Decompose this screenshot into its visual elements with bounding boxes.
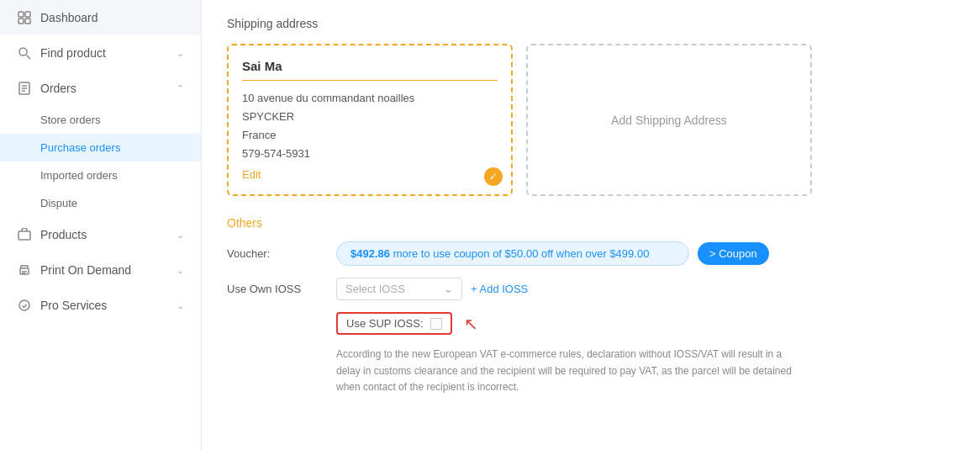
voucher-amount: $492.86	[350, 247, 390, 260]
pro-services-icon	[17, 298, 32, 313]
shipping-address-title: Shipping address	[227, 17, 955, 30]
find-product-icon	[17, 45, 32, 61]
sidebar-item-label-pro-services: Pro Services	[40, 299, 168, 312]
voucher-row: Voucher: $492.86 more to use coupon of $…	[227, 241, 955, 266]
sidebar-item-find-product[interactable]: Find product ⌄	[0, 35, 201, 71]
sidebar-sub-item-purchase-orders[interactable]: Purchase orders	[0, 134, 201, 161]
print-icon	[17, 262, 32, 278]
use-own-ioss-row: Use Own IOSS Select IOSS ⌄ + Add IOSS	[227, 278, 955, 300]
address-cards: Sai Ma 10 avenue du commandant noailles …	[227, 44, 955, 196]
sup-ioss-checkbox[interactable]	[430, 318, 442, 330]
sidebar-item-label-orders: Orders	[40, 82, 168, 95]
add-shipping-address-label: Add Shipping Address	[611, 114, 727, 127]
main-content: Shipping address Sai Ma 10 avenue du com…	[202, 0, 980, 450]
svg-rect-2	[18, 19, 24, 24]
sidebar-item-label-products: Products	[40, 228, 168, 241]
sidebar-item-orders[interactable]: Orders ⌃	[0, 71, 201, 106]
sidebar-sub-item-imported-orders[interactable]: Imported orders	[0, 161, 201, 189]
sup-ioss-text: Use SUP IOSS:	[346, 317, 424, 330]
orders-icon	[17, 81, 32, 96]
sidebar-sub-item-store-orders[interactable]: Store orders	[0, 106, 201, 134]
svg-rect-0	[18, 12, 24, 17]
chevron-pro-services: ⌄	[177, 300, 184, 311]
ioss-select-placeholder: Select IOSS	[345, 283, 405, 295]
sidebar: Dashboard Find product ⌄ Orders ⌃ Store …	[0, 0, 202, 450]
address-country: France	[242, 126, 498, 145]
svg-point-4	[19, 48, 27, 56]
svg-point-14	[19, 300, 29, 310]
add-ioss-link[interactable]: + Add IOSS	[471, 283, 528, 295]
address-name: Sai Ma	[242, 59, 498, 81]
sidebar-item-label-find-product: Find product	[40, 46, 168, 60]
coupon-button[interactable]: > Coupon	[698, 242, 769, 265]
sidebar-item-print-on-demand[interactable]: Print On Demand ⌄	[0, 252, 201, 288]
voucher-box: $492.86 more to use coupon of $50.00 off…	[336, 241, 689, 266]
address-check-icon: ✓	[484, 167, 503, 186]
ioss-select[interactable]: Select IOSS ⌄	[336, 278, 462, 300]
dashboard-icon	[17, 10, 32, 25]
add-shipping-address-card[interactable]: Add Shipping Address	[526, 44, 812, 196]
ioss-chevron-icon: ⌄	[444, 283, 453, 295]
sidebar-sub-item-dispute[interactable]: Dispute	[0, 189, 201, 217]
sidebar-item-dashboard[interactable]: Dashboard	[0, 0, 201, 35]
chevron-find-product: ⌄	[177, 48, 184, 59]
red-arrow-icon: ↖	[464, 314, 478, 334]
ioss-info-text: According to the new European VAT e-comm…	[336, 347, 807, 395]
address-city: SPYCKER	[242, 108, 498, 126]
use-own-ioss-label: Use Own IOSS	[227, 283, 328, 295]
use-sup-ioss-row: Use SUP IOSS: ↖	[227, 312, 955, 335]
address-edit-link[interactable]: Edit	[242, 168, 261, 181]
svg-line-5	[27, 56, 31, 60]
sidebar-item-products[interactable]: Products ⌄	[0, 217, 201, 252]
svg-rect-10	[18, 231, 30, 240]
others-title: Others	[227, 216, 955, 230]
address-phone: 579-574-5931	[242, 145, 498, 163]
voucher-message: more to use coupon of $50.00 off when ov…	[393, 247, 650, 260]
voucher-label: Voucher:	[227, 247, 328, 260]
svg-rect-3	[25, 19, 30, 24]
chevron-products: ⌄	[177, 230, 184, 241]
products-icon	[17, 227, 32, 242]
sup-ioss-box: Use SUP IOSS:	[336, 312, 452, 335]
chevron-print-on-demand: ⌄	[177, 265, 184, 276]
sidebar-item-label-dashboard: Dashboard	[40, 11, 184, 24]
chevron-orders: ⌃	[177, 83, 184, 94]
svg-rect-1	[25, 12, 30, 17]
selected-address-card[interactable]: Sai Ma 10 avenue du commandant noailles …	[227, 44, 513, 196]
sidebar-item-label-print-on-demand: Print On Demand	[40, 263, 168, 277]
address-street: 10 avenue du commandant noailles	[242, 89, 498, 108]
sidebar-item-pro-services[interactable]: Pro Services ⌄	[0, 288, 201, 323]
